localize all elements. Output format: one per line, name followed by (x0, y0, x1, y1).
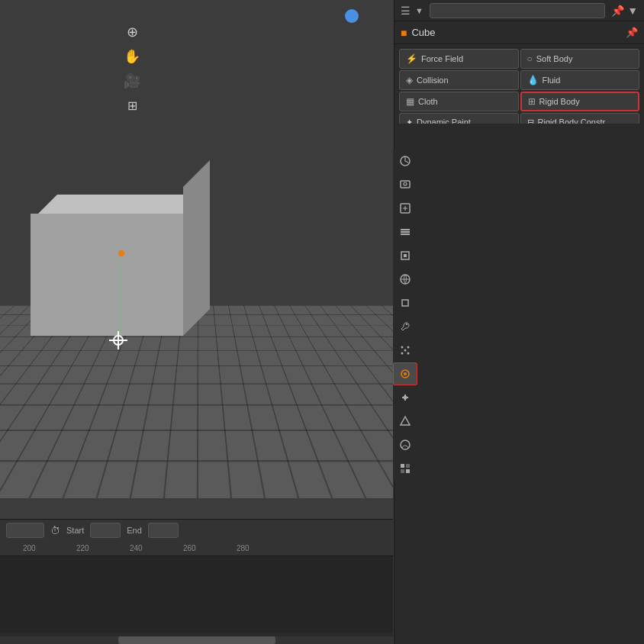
svg-rect-21 (406, 469, 410, 473)
crosshair-circle (113, 335, 124, 346)
start-frame-input[interactable]: 1 (90, 523, 121, 538)
soft-body-icon: ○ (527, 53, 533, 64)
timeline-ruler: 200 220 240 260 280 (0, 541, 393, 556)
viewport-toolbar: ⊕ ✋ 🎥 ⊞ (123, 23, 141, 114)
end-label: End (127, 526, 142, 535)
rigid-body-constraint-button[interactable]: ⊟ Rigid Body Constr... (520, 113, 640, 124)
timer-icon: ⏱ (50, 525, 60, 536)
origin-dot (118, 250, 124, 256)
tab-object[interactable] (393, 291, 417, 314)
svg-point-9 (401, 353, 404, 355)
current-frame-input[interactable]: 1 (6, 523, 44, 538)
dynamic-paint-button[interactable]: ✦ Dynamic Paint (399, 113, 519, 124)
tab-view-layer[interactable] (393, 221, 417, 243)
viewport-origin-dot (345, 9, 359, 23)
svg-point-13 (407, 353, 410, 355)
scrollbar-thumb[interactable] (118, 636, 275, 644)
physics-panel: ⚡ Force Field ○ Soft Body ◈ Collision 💧 … (394, 44, 644, 130)
svg-point-15 (404, 372, 407, 375)
timeline-header: 1 ⏱ Start 1 End 250 (0, 520, 393, 541)
fluid-button[interactable]: 💧 Fluid (520, 70, 640, 90)
viewport[interactable]: ⊕ ✋ 🎥 ⊞ (0, 0, 393, 519)
tab-scene-data[interactable] (393, 244, 417, 267)
timeline: 1 ⏱ Start 1 End 250 200 220 240 260 280 (0, 519, 393, 644)
tab-texture[interactable] (393, 457, 417, 480)
svg-rect-18 (401, 464, 404, 468)
add-icon[interactable]: ⊕ (123, 23, 141, 41)
physics-grid-row2: ◈ Collision 💧 Fluid (399, 70, 639, 90)
collision-icon: ◈ (406, 75, 413, 85)
force-field-icon: ⚡ (406, 53, 417, 64)
svg-rect-1 (401, 181, 410, 188)
svg-rect-6 (401, 233, 410, 235)
tab-modifier[interactable] (393, 315, 417, 338)
soft-body-button[interactable]: ○ Soft Body (520, 49, 640, 69)
property-tabs (393, 150, 417, 480)
rigid-body-icon: ⊞ (528, 96, 536, 107)
tab-world[interactable] (393, 268, 417, 291)
ruler-mark-260: 260 (183, 544, 196, 552)
cursor-crosshair (109, 331, 127, 349)
physics-grid-row1: ⚡ Force Field ○ Soft Body (399, 49, 639, 69)
tab-material[interactable] (393, 433, 417, 456)
svg-rect-19 (406, 464, 410, 468)
cloth-icon: ▦ (406, 96, 414, 107)
rigid-body-button[interactable]: ⊞ Rigid Body (520, 92, 640, 111)
start-end-bar: Start 1 End 250 (66, 523, 179, 538)
tab-physics[interactable] (393, 362, 417, 385)
mesh-cube-icon: ■ (401, 27, 407, 39)
pin-icon[interactable]: 📌 (611, 5, 624, 17)
dropdown-icon[interactable]: ▼ (627, 5, 638, 17)
cloth-button[interactable]: ▦ Cloth (399, 92, 519, 111)
collision-button[interactable]: ◈ Collision (399, 70, 519, 90)
right-panel: ☰ ▼ 📌 ▼ ■ Cube 📌 ⚡ Force Field ○ Soft Bo… (394, 0, 644, 644)
tab-render[interactable] (393, 173, 417, 196)
rigid-body-constraint-icon: ⊟ (527, 118, 534, 124)
cloth-label: Cloth (418, 97, 438, 106)
svg-rect-4 (401, 229, 410, 230)
cube-3d (31, 168, 237, 343)
grid-icon[interactable]: ⊞ (123, 96, 141, 114)
svg-point-2 (404, 182, 407, 185)
force-field-label: Force Field (421, 54, 463, 63)
ruler-mark-200: 200 (23, 544, 36, 552)
svg-point-11 (407, 346, 410, 349)
ruler-mark-240: 240 (130, 544, 143, 552)
soft-body-label: Soft Body (536, 54, 573, 63)
cube-front-face (31, 214, 183, 336)
tab-object-data[interactable] (393, 410, 417, 433)
svg-rect-8 (402, 300, 408, 306)
object-name-label: Cube (411, 27, 626, 38)
hand-icon[interactable]: ✋ (123, 47, 141, 66)
timeline-tracks (0, 556, 393, 633)
svg-rect-5 (401, 231, 410, 233)
svg-point-12 (401, 346, 404, 349)
ruler-mark-280: 280 (237, 544, 250, 552)
fluid-icon: 💧 (527, 75, 539, 85)
force-field-button[interactable]: ⚡ Force Field (399, 49, 519, 69)
ruler-mark-220: 220 (76, 544, 89, 552)
timeline-scrollbar[interactable] (0, 636, 393, 644)
properties-header: ☰ ▼ 📌 ▼ (394, 0, 644, 21)
y-axis-line (118, 259, 120, 336)
svg-point-17 (401, 440, 410, 449)
cube-right-face (183, 160, 210, 336)
search-input[interactable] (430, 3, 605, 18)
end-frame-input[interactable]: 250 (148, 523, 179, 538)
physics-grid-row3: ▦ Cloth ⊞ Rigid Body (399, 92, 639, 111)
tab-output[interactable] (393, 197, 417, 220)
pin-active-icon[interactable]: 📌 (626, 27, 638, 38)
menu-icon[interactable]: ☰ (401, 5, 411, 17)
tab-scene[interactable] (393, 150, 417, 172)
svg-rect-20 (401, 469, 404, 473)
dropdown-arrow-icon[interactable]: ▼ (415, 6, 423, 15)
tab-particles[interactable] (393, 339, 417, 362)
camera-icon[interactable]: 🎥 (123, 72, 141, 90)
tab-constraints[interactable] (393, 386, 417, 409)
dynamic-paint-label: Dynamic Paint (417, 118, 471, 124)
rigid-body-label: Rigid Body (539, 97, 580, 106)
svg-point-10 (404, 349, 407, 352)
dynamic-paint-icon: ✦ (406, 118, 413, 124)
start-label: Start (66, 526, 84, 535)
rigid-body-constraint-label: Rigid Body Constr... (538, 118, 612, 124)
